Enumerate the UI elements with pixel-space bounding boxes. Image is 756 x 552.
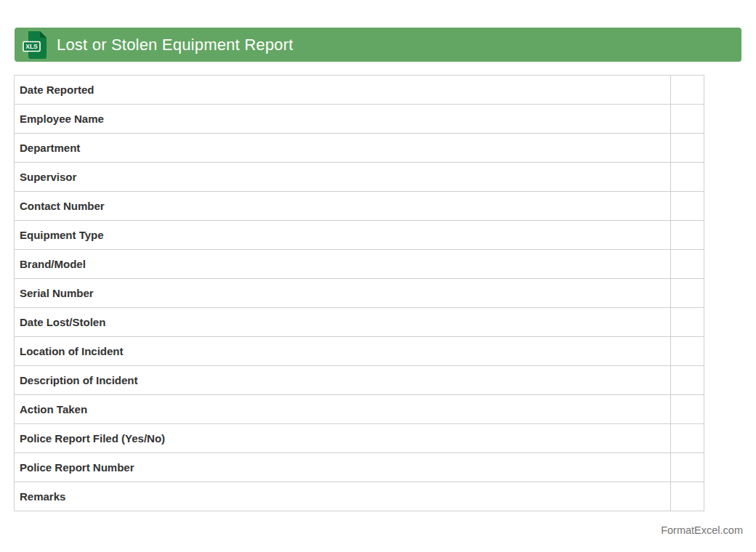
- page-title: Lost or Stolen Equipment Report: [57, 36, 293, 54]
- field-value-cell-date-reported[interactable]: [671, 76, 704, 105]
- field-value-cell-brand-model[interactable]: [671, 250, 704, 279]
- table-row: Department: [15, 134, 704, 163]
- field-value-cell-police-report-number[interactable]: [671, 453, 704, 482]
- field-label-contact-number: Contact Number: [15, 192, 671, 221]
- field-value-cell-date-lost-stolen[interactable]: [671, 308, 704, 337]
- xls-icon-label: XLS: [25, 43, 38, 50]
- table-row: Serial Number: [15, 279, 704, 308]
- table-row: Brand/Model: [15, 250, 704, 279]
- field-value-cell-action-taken[interactable]: [671, 395, 704, 424]
- xls-file-icon: XLS: [23, 31, 47, 60]
- field-label-location-of-incident: Location of Incident: [15, 337, 671, 366]
- field-label-equipment-type: Equipment Type: [15, 221, 671, 250]
- field-label-date-lost-stolen: Date Lost/Stolen: [15, 308, 671, 337]
- field-value-cell-location-of-incident[interactable]: [671, 337, 704, 366]
- table-row: Police Report Number: [15, 453, 704, 482]
- table-row: Contact Number: [15, 192, 704, 221]
- table-row: Date Reported: [15, 76, 704, 105]
- field-label-department: Department: [15, 134, 671, 163]
- table-row: Action Taken: [15, 395, 704, 424]
- table-row: Employee Name: [15, 105, 704, 134]
- field-label-serial-number: Serial Number: [15, 279, 671, 308]
- field-value-cell-description-of-incident[interactable]: [671, 366, 704, 395]
- field-label-description-of-incident: Description of Incident: [15, 366, 671, 395]
- field-label-date-reported: Date Reported: [15, 76, 671, 105]
- field-value-cell-employee-name[interactable]: [671, 105, 704, 134]
- field-value-cell-serial-number[interactable]: [671, 279, 704, 308]
- table-row: Police Report Filed (Yes/No): [15, 424, 704, 453]
- field-label-employee-name: Employee Name: [15, 105, 671, 134]
- page: XLS Lost or Stolen Equipment Report Date…: [0, 0, 756, 552]
- table-row: Remarks: [15, 482, 704, 511]
- table-row: Location of Incident: [15, 337, 704, 366]
- report-header: XLS Lost or Stolen Equipment Report: [15, 28, 741, 62]
- field-value-cell-police-report-filed[interactable]: [671, 424, 704, 453]
- field-label-action-taken: Action Taken: [15, 395, 671, 424]
- field-label-police-report-number: Police Report Number: [15, 453, 671, 482]
- field-label-supervisor: Supervisor: [15, 163, 671, 192]
- field-value-cell-supervisor[interactable]: [671, 163, 704, 192]
- table-row: Equipment Type: [15, 221, 704, 250]
- field-value-cell-department[interactable]: [671, 134, 704, 163]
- field-label-brand-model: Brand/Model: [15, 250, 671, 279]
- field-value-cell-equipment-type[interactable]: [671, 221, 704, 250]
- site-credit: FormatExcel.com: [661, 524, 743, 536]
- field-label-remarks: Remarks: [15, 482, 671, 511]
- equipment-report-table: Date Reported Employee Name Department S…: [14, 75, 704, 511]
- field-value-cell-remarks[interactable]: [671, 482, 704, 511]
- table-row: Date Lost/Stolen: [15, 308, 704, 337]
- field-label-police-report-filed: Police Report Filed (Yes/No): [15, 424, 671, 453]
- field-value-cell-contact-number[interactable]: [671, 192, 704, 221]
- table-row: Description of Incident: [15, 366, 704, 395]
- table-row: Supervisor: [15, 163, 704, 192]
